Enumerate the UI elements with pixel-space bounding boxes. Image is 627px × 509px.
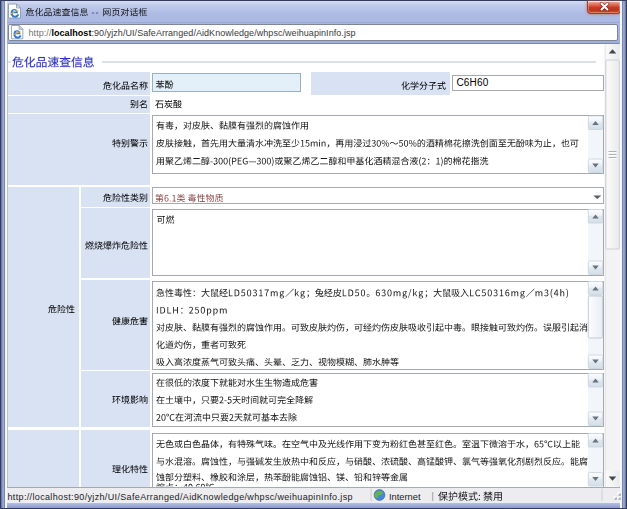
svg-text:http://localhost:90/yjzh/UI/Sa: http://localhost:90/yjzh/UI/SafeArranged… [8, 492, 353, 502]
svg-text:Internet: Internet [389, 492, 421, 502]
svg-text:C6H60: C6H60 [457, 77, 489, 88]
svg-text:http://localhost:90/yjzh/UI/Sa: http://localhost:90/yjzh/UI/SafeArranged… [29, 28, 356, 38]
svg-text:|: | [432, 491, 434, 501]
